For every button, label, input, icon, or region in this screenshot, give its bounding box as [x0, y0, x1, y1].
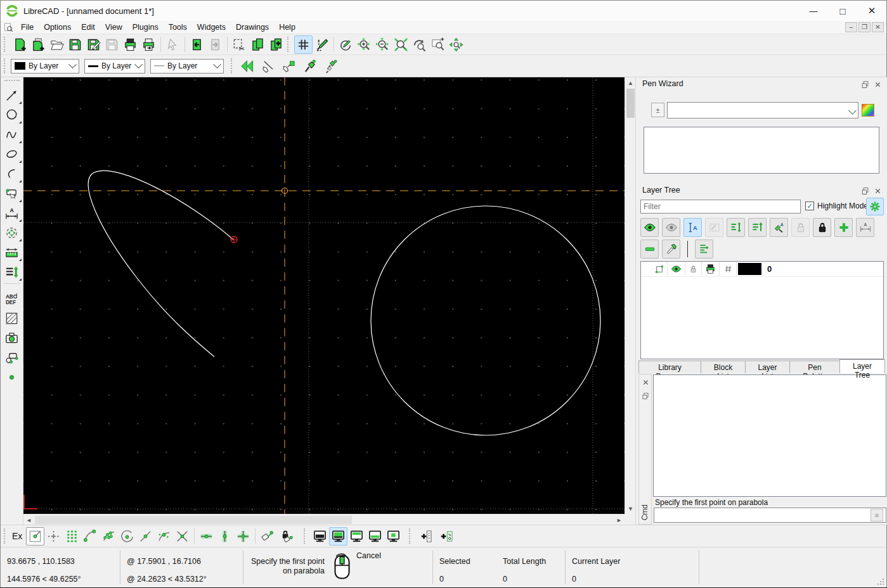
image-tool-button[interactable]	[1, 328, 23, 348]
toolbar-drag-handle[interactable]	[4, 528, 8, 544]
menu-plugins[interactable]: Plugins	[127, 22, 164, 33]
hatch-tool-button[interactable]	[1, 309, 23, 328]
layer-tree-close-icon[interactable]	[872, 186, 883, 196]
toolbar-drag-handle[interactable]	[304, 528, 308, 544]
mdi-restore-button[interactable]: ❐	[858, 22, 871, 32]
text-tool-button[interactable]	[1, 289, 23, 309]
snap-free-button[interactable]	[26, 527, 44, 546]
menu-options[interactable]: Options	[39, 22, 76, 33]
tab-block-list[interactable]: Block List	[701, 361, 746, 373]
scroll-down-arrow[interactable]: ▼	[625, 503, 636, 514]
restrict-vertical-button[interactable]	[216, 527, 234, 546]
command-history[interactable]	[653, 374, 886, 497]
edit-layer-attributes-button[interactable]	[770, 218, 788, 237]
pen-wizard-spin-button[interactable]: ±	[651, 103, 664, 117]
save-button[interactable]	[66, 35, 84, 54]
command-float-icon[interactable]	[640, 391, 651, 401]
menu-tools[interactable]: Tools	[164, 22, 192, 33]
pen-apply-button[interactable]	[321, 57, 340, 75]
remove-layer-button[interactable]	[640, 240, 659, 259]
snap-intersection-button[interactable]	[173, 527, 191, 546]
menu-view[interactable]: View	[100, 22, 127, 33]
order-tool-button[interactable]	[1, 262, 23, 282]
select-layer-entities-button[interactable]	[705, 218, 723, 237]
modify-tool-button[interactable]	[1, 223, 23, 243]
zoom-pan-button[interactable]	[447, 35, 465, 54]
layer-lock-icon[interactable]	[685, 262, 702, 276]
selection-pointer-button[interactable]	[164, 35, 182, 54]
copy-button[interactable]	[249, 35, 267, 54]
highlight-mode-checkbox[interactable]: ✓ Highlight Mode	[805, 201, 868, 210]
grid-toggle-button[interactable]	[294, 35, 313, 54]
pen-linetype-combobox[interactable]: By Layer	[150, 59, 224, 74]
toolbar-drag-handle[interactable]	[231, 58, 235, 74]
back-button[interactable]	[238, 57, 256, 75]
new-document-button[interactable]	[11, 35, 29, 54]
command-options-button[interactable]: ≡	[871, 509, 883, 521]
menu-drawings[interactable]: Drawings	[231, 22, 274, 33]
tab-layer-tree[interactable]: Layer Tree	[839, 359, 885, 373]
print-preview-button[interactable]	[139, 35, 158, 54]
menu-edit[interactable]: Edit	[76, 22, 100, 33]
add-layer-button[interactable]	[834, 218, 853, 237]
save-all-button[interactable]	[103, 35, 121, 54]
select-entity-button[interactable]	[259, 57, 277, 75]
paste-button[interactable]	[267, 35, 285, 54]
layer-color-swatch[interactable]	[738, 263, 761, 275]
polyline-tool-button[interactable]	[1, 184, 23, 203]
point-tool-button[interactable]	[1, 368, 23, 387]
lock-relative-zero-button[interactable]	[276, 527, 295, 546]
snap-grid-button[interactable]	[44, 527, 63, 546]
vertical-scrollbar[interactable]: ▲ ▼	[625, 77, 635, 514]
new-from-template-button[interactable]	[29, 35, 48, 54]
print-button[interactable]	[121, 35, 139, 54]
tab-library-browser[interactable]: Library Browser	[638, 361, 701, 373]
vertical-scroll-thumb[interactable]	[626, 89, 635, 118]
line-tool-button[interactable]	[1, 86, 23, 105]
zoom-in-button[interactable]	[355, 35, 373, 54]
pen-color-combobox[interactable]: By Layer	[11, 59, 79, 74]
pen-pick-button[interactable]	[301, 57, 319, 75]
dock-area-bottom-button[interactable]	[366, 527, 384, 546]
scroll-left-arrow[interactable]: ◄	[23, 514, 34, 525]
lock-all-layers-button[interactable]	[813, 218, 831, 237]
ellipse-tool-button[interactable]	[1, 144, 23, 164]
layer-construction-icon[interactable]	[651, 262, 668, 276]
tab-layer-list[interactable]: Layer List	[745, 361, 790, 373]
point-entity[interactable]	[231, 236, 237, 243]
layer-filter-input[interactable]	[640, 200, 801, 214]
arc-tool-button[interactable]	[1, 164, 23, 184]
horizontal-scrollbar[interactable]: ◄ ►	[23, 514, 625, 525]
sort-ascending-button[interactable]	[748, 218, 767, 237]
mdi-close-button[interactable]: ✕	[872, 22, 884, 32]
pen-wizard-float-icon[interactable]	[860, 79, 870, 89]
snap-center-button[interactable]	[118, 527, 136, 546]
match-layer-name-button[interactable]	[683, 218, 702, 237]
measure-tool-button[interactable]	[1, 243, 23, 262]
snap-on-grid-button[interactable]	[63, 527, 81, 546]
maximize-button[interactable]: □	[828, 1, 857, 21]
redraw-button[interactable]	[337, 35, 355, 54]
dock-area-left-button[interactable]	[311, 527, 329, 546]
undo-button[interactable]	[188, 35, 206, 54]
layer-tree-float-icon[interactable]	[860, 186, 870, 196]
command-input[interactable]: ≡	[654, 508, 886, 523]
toolbar-drag-handle[interactable]	[287, 37, 291, 52]
menu-file[interactable]: File	[16, 22, 39, 33]
open-button[interactable]	[48, 35, 66, 54]
mdi-document-icon[interactable]	[3, 22, 13, 32]
layer-list[interactable]: 0	[640, 261, 884, 359]
snap-endpoints-button[interactable]	[81, 527, 100, 546]
pen-wizard-color-button[interactable]	[862, 104, 874, 117]
pen-width-combobox[interactable]: By Layer	[84, 59, 145, 74]
toggle-dimension-layers-button[interactable]	[856, 218, 874, 237]
block-tool-button[interactable]	[1, 348, 23, 368]
scroll-up-arrow[interactable]: ▲	[625, 77, 636, 88]
construction-layer-button[interactable]	[662, 240, 680, 259]
redo-button[interactable]	[206, 35, 224, 54]
minimize-button[interactable]: —	[799, 1, 828, 21]
circle-entity[interactable]	[371, 206, 600, 435]
unlock-all-layers-button[interactable]	[791, 218, 810, 237]
save-as-button[interactable]	[84, 35, 103, 54]
set-relative-zero-button[interactable]	[258, 527, 276, 546]
